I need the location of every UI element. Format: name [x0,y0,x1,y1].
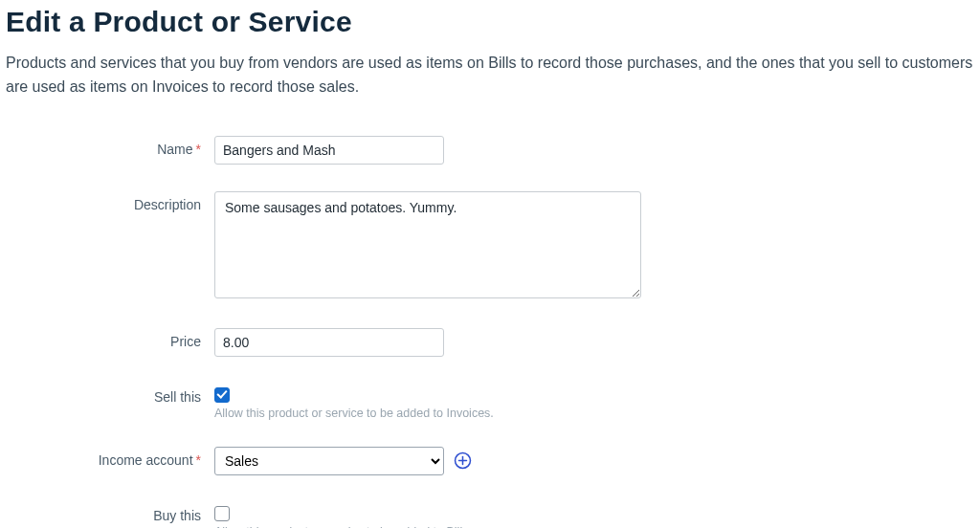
label-name: Name* [10,136,214,157]
label-name-text: Name [157,142,192,157]
label-description-text: Description [134,197,201,212]
description-textarea[interactable]: Some sausages and potatoes. Yummy. [214,191,641,298]
label-price-text: Price [170,334,201,349]
label-income-account: Income account* [10,447,214,468]
label-income-account-text: Income account [99,452,193,468]
add-account-button[interactable] [452,451,473,472]
sell-this-helper: Allow this product or service to be adde… [214,407,494,420]
row-buy-this: Buy this Allow this product or service t… [10,502,974,528]
label-sell-this-text: Sell this [154,389,201,405]
label-description: Description [10,191,214,212]
row-description: Description Some sausages and potatoes. … [10,191,974,301]
row-income-account: Income account* Sales [10,447,974,475]
plus-circle-icon [454,451,472,470]
sell-this-checkbox[interactable] [214,387,230,403]
required-mark: * [196,142,201,157]
required-mark: * [196,452,201,468]
label-sell-this: Sell this [10,384,214,405]
name-input[interactable] [214,136,444,165]
buy-this-helper: Allow this product or service to be adde… [214,525,472,528]
row-name: Name* [10,136,974,165]
label-buy-this: Buy this [10,502,214,523]
buy-this-checkbox[interactable] [214,506,230,521]
label-buy-this-text: Buy this [153,508,201,523]
row-price: Price [10,328,974,357]
price-input[interactable] [214,328,444,357]
label-price: Price [10,328,214,349]
row-sell-this: Sell this Allow this product or service … [10,384,974,420]
page-description: Products and services that you buy from … [6,52,974,99]
income-account-select[interactable]: Sales [214,447,444,475]
product-form: Name* Description Some sausages and pota… [6,136,974,528]
page-title: Edit a Product or Service [6,6,974,38]
